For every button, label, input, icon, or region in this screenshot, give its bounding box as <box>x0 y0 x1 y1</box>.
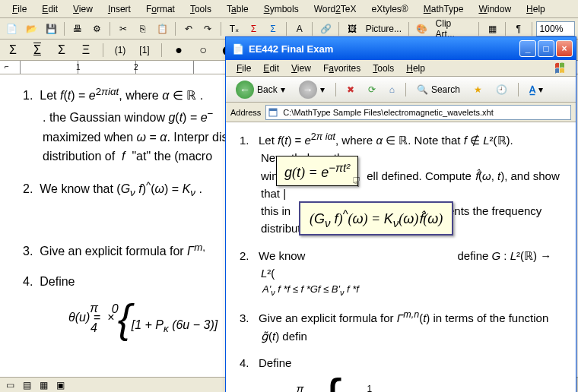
undo-icon[interactable]: ↶ <box>179 21 198 37</box>
menu-tools[interactable]: Tools <box>183 2 219 17</box>
ie-item-2: 2. We know define G : L²(ℝ) → L²( A'ν f … <box>240 247 565 299</box>
picture-icon[interactable]: 🖼 <box>343 21 361 37</box>
ie-menu-help[interactable]: Help <box>400 62 431 75</box>
ie-window: 📄 EE442 Final Exam _ □ × File Edit View … <box>225 36 576 392</box>
ie-menu-tools[interactable]: Tools <box>367 62 400 75</box>
bracket-num-icon[interactable]: [1] <box>135 42 154 58</box>
redo-icon[interactable]: ↷ <box>198 21 217 37</box>
maximize-button[interactable]: □ <box>538 40 554 57</box>
zoom-value: 100% <box>540 24 564 34</box>
sigma-blue-icon[interactable]: Σ <box>264 21 282 37</box>
matrix-icon[interactable]: Ξ <box>76 42 96 58</box>
word-menubar: File Edit View Insert Format Tools Table… <box>0 0 578 18</box>
menu-view[interactable]: View <box>65 2 100 17</box>
minimize-button[interactable]: _ <box>519 40 536 57</box>
copy-icon[interactable]: ⎘ <box>134 21 152 37</box>
ie-menu-view[interactable]: View <box>285 62 317 75</box>
menu-word2tex[interactable]: Word2TeX <box>306 2 364 17</box>
back-button[interactable]: ←Back ▾ <box>230 80 291 100</box>
paste-icon[interactable]: 📋 <box>153 21 171 37</box>
stop-icon[interactable]: ✖ <box>341 80 360 100</box>
ie-titlebar[interactable]: 📄 EE442 Final Exam _ □ × <box>226 37 576 60</box>
sum-display-icon[interactable]: Σ <box>3 42 23 58</box>
print-icon[interactable]: 🖶 <box>68 21 87 37</box>
menu-mathtype[interactable]: MathType <box>416 2 472 17</box>
dot-filled-icon[interactable]: ● <box>169 42 189 58</box>
cog-icon[interactable]: ⚙ <box>87 21 106 37</box>
ie-toolbar: ←Back ▾ → ▾ ✖ ⟳ ⌂ 🔍 Search ★ 🕘 A̲ ▾ <box>226 77 576 103</box>
menu-file[interactable]: File <box>5 2 34 17</box>
tooltip-kernel: (Gν f)^(ω) = Kν(ω)f̂(ω) <box>299 201 453 236</box>
save-icon[interactable]: 💾 <box>42 21 60 37</box>
menu-window[interactable]: Window <box>471 2 519 17</box>
ie-item-3: 3. Give an explicit formula for Γm,n(t) … <box>240 308 565 345</box>
page-icon: 📄 <box>232 43 244 55</box>
ie-menu-edit[interactable]: Edit <box>257 62 285 75</box>
menu-symbols[interactable]: Symbols <box>256 2 306 17</box>
menu-extyles[interactable]: eXtyles® <box>364 2 416 17</box>
letter-icon[interactable]: A <box>291 21 309 37</box>
cut-icon[interactable]: ✂ <box>114 21 132 37</box>
grid-icon[interactable]: ▦ <box>483 21 501 37</box>
forward-button[interactable]: → ▾ <box>294 80 330 100</box>
dot-empty-icon[interactable]: ○ <box>193 42 213 58</box>
open-icon[interactable]: 📂 <box>23 21 41 37</box>
ie-title: EE442 Final Exam <box>249 43 518 55</box>
menu-table[interactable]: Table <box>219 2 256 17</box>
sum-left-icon[interactable]: Σ <box>52 42 71 58</box>
new-doc-icon[interactable]: 📄 <box>3 21 21 37</box>
favorites-icon[interactable]: ★ <box>468 80 487 100</box>
view-outline-icon[interactable]: ▤ <box>20 379 33 391</box>
menu-edit[interactable]: Edit <box>34 2 65 17</box>
menu-insert[interactable]: Insert <box>100 2 138 17</box>
menu-help[interactable]: Help <box>519 2 553 17</box>
history-icon[interactable]: 🕘 <box>491 80 513 100</box>
ie-addressbar: Address <box>226 103 576 122</box>
ie-menubar: File Edit View Favorites Tools Help <box>226 60 576 77</box>
menu-format[interactable]: Format <box>138 2 183 17</box>
tooltip-gaussian: g(t) = e−πt² <box>276 156 358 186</box>
zoom-combo[interactable]: 100% <box>536 21 575 36</box>
addr-input[interactable] <box>265 105 571 120</box>
pointer-cursor-icon: ☟ <box>352 174 360 191</box>
refresh-icon[interactable]: ⟳ <box>363 80 381 100</box>
ie-item-4: 4. Define θ(u) = π4 × { 0 if u ≤ 13 [1 +… <box>240 354 565 392</box>
close-button[interactable]: × <box>556 40 573 57</box>
para-icon[interactable]: ¶ <box>510 21 528 37</box>
font-button[interactable]: A̲ ▾ <box>524 80 548 100</box>
search-button[interactable]: 🔍 Search <box>411 80 465 100</box>
tab-marker[interactable]: ⌐ <box>5 62 9 71</box>
paren-num-icon[interactable]: (1) <box>110 42 130 58</box>
hyperlink-icon[interactable]: 🔗 <box>316 21 335 37</box>
addr-label: Address <box>230 108 261 117</box>
ie-menu-favorites[interactable]: Favorites <box>317 62 367 75</box>
sum-inline-icon[interactable]: Σ <box>27 42 47 58</box>
view-web-icon[interactable]: ▣ <box>53 379 67 391</box>
ie-menu-file[interactable]: File <box>230 62 257 75</box>
picture-label[interactable]: Picture... <box>363 24 405 34</box>
tex-icon[interactable]: Tₓ <box>225 21 243 37</box>
home-icon[interactable]: ⌂ <box>384 80 400 100</box>
view-normal-icon[interactable]: ▭ <box>3 379 17 391</box>
clipart-icon[interactable]: 🎨 <box>413 21 431 37</box>
windows-logo-icon <box>553 61 571 76</box>
sigma-red-icon[interactable]: Σ <box>245 21 263 37</box>
view-page-icon[interactable]: ▦ <box>37 379 50 391</box>
